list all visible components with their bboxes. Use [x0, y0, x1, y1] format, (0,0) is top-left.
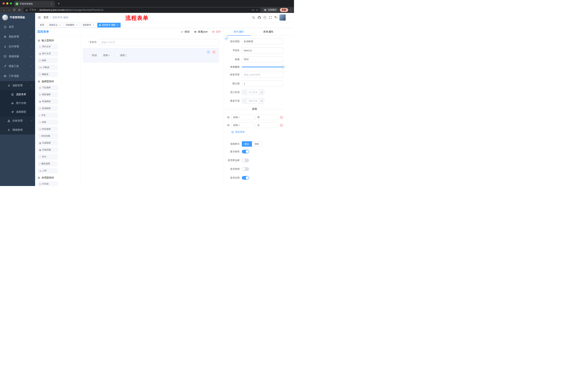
component-type-select[interactable]: 多选框组 [242, 39, 283, 44]
option-2-name-input[interactable] [231, 122, 254, 128]
gender-option-2-checkbox[interactable]: 选项二 [116, 54, 127, 57]
tag-process-form-edit[interactable]: 流程表单-编辑× [97, 23, 121, 28]
bookmark-star-icon[interactable]: ☆ [256, 8, 258, 12]
sidebar-item-leave-query[interactable]: 请假查询 [0, 125, 35, 135]
decrease-button[interactable]: − [242, 98, 247, 103]
browser-update-button[interactable]: 更新 [280, 8, 288, 12]
add-option-button[interactable]: 添加选项 [231, 130, 283, 134]
password-key-icon[interactable] [252, 9, 254, 11]
sidebar-logo[interactable]: 芋道管理系统 [0, 13, 35, 22]
breadcrumb-home[interactable]: 首页 [43, 16, 49, 19]
drag-handle-icon[interactable] [227, 124, 230, 127]
component-multi-text[interactable]: ▤多行文本 [38, 51, 58, 56]
tab-close-icon[interactable]: × [50, 2, 53, 5]
sidebar-item-infra[interactable]: 基础设施 [0, 52, 35, 61]
sidebar-item-devtools[interactable]: 研发工具 [0, 61, 35, 71]
component-checkbox-group[interactable]: ☑多选框组 [38, 106, 58, 111]
close-tag-icon[interactable]: × [75, 24, 78, 26]
close-tag-icon[interactable]: × [92, 24, 94, 26]
sidebar-item-workflow[interactable]: 工作流程 [0, 71, 35, 81]
component-date-picker[interactable]: ▦日期选择 [38, 140, 58, 146]
component-time-range[interactable]: ◔时间范围 [38, 133, 58, 139]
component-date-range[interactable]: ▩日期范围 [38, 147, 58, 152]
tag-process-form[interactable]: 流程表单× [81, 23, 96, 28]
gender-option-1-checkbox[interactable]: 选项一 [99, 54, 110, 57]
close-tag-icon[interactable]: × [59, 24, 61, 26]
phone-field-row[interactable]: 手机号 [83, 39, 219, 45]
component-single-text[interactable]: ▭单行文本 [38, 44, 58, 49]
view-json-button[interactable]: 查看json [194, 30, 208, 33]
new-tab-button[interactable]: + [56, 1, 61, 6]
option-1-value-input[interactable] [256, 115, 279, 120]
component-cascader[interactable]: ⋔级联选择 [38, 92, 58, 97]
show-label-toggle[interactable] [242, 150, 249, 153]
tab-form-props[interactable]: 表单属性 [254, 28, 283, 35]
option-2-value-input[interactable] [256, 122, 279, 128]
component-radio-group[interactable]: ◉单选框组 [38, 99, 58, 104]
search-icon[interactable] [252, 16, 255, 19]
clear-button[interactable]: 清空 [212, 30, 221, 33]
font-size-icon[interactable]: TT [274, 16, 277, 19]
component-row-container[interactable]: ◫行容器 [38, 181, 58, 186]
avatar-caret-icon[interactable] [288, 16, 292, 19]
browser-menu-icon[interactable]: ⋮ [289, 8, 293, 12]
remove-option-icon[interactable] [280, 116, 283, 119]
field-name-input[interactable] [242, 47, 283, 53]
decrease-button[interactable]: − [242, 90, 247, 95]
increase-button[interactable]: + [259, 98, 264, 103]
sidebar-item-process-model[interactable]: 流程模型 [0, 107, 35, 116]
zoom-window-button[interactable] [10, 2, 12, 5]
collapse-sidebar-icon[interactable] [35, 13, 43, 22]
style-default-button[interactable]: 默认 [242, 141, 252, 147]
with-border-toggle[interactable] [242, 159, 249, 162]
sidebar-item-process-form[interactable]: 流程表单 [0, 90, 35, 99]
tag-home[interactable]: 首页 [38, 23, 46, 28]
sidebar-item-process-mgmt[interactable]: 流程管理 [0, 81, 35, 90]
tag-process-definition[interactable]: 流程定义× [47, 23, 63, 28]
component-switch[interactable]: ◐开关 [38, 113, 58, 118]
component-time-picker[interactable]: ◷时间选择 [38, 127, 58, 132]
user-avatar[interactable] [279, 14, 286, 21]
component-password[interactable]: ⊡密码 [38, 58, 58, 63]
sidebar-item-task-mgmt[interactable]: 任务管理 [0, 116, 35, 125]
forward-button[interactable]: → [7, 8, 12, 12]
remove-option-icon[interactable] [280, 124, 283, 127]
title-input[interactable] [242, 56, 283, 62]
browser-tab[interactable]: 芋道管理系统 × [14, 1, 55, 7]
option-1-name-input[interactable] [231, 115, 254, 120]
tab-component-props[interactable]: 组件属性 [224, 28, 254, 35]
phone-input[interactable] [99, 39, 219, 45]
drag-handle-icon[interactable] [227, 116, 230, 119]
sidebar-item-system[interactable]: 系统管理 [0, 32, 35, 42]
copy-component-button[interactable] [206, 50, 210, 54]
style-button-button[interactable]: 按钮 [252, 141, 262, 147]
delete-component-button[interactable] [212, 50, 216, 54]
component-color-picker[interactable]: ◑颜色选择 [38, 161, 58, 166]
component-editor[interactable]: ✎编辑器 [38, 72, 58, 77]
close-tag-icon[interactable]: × [117, 24, 119, 26]
address-bar[interactable]: 不安全 dashboard.yudao.iocoder.cn/bpm/manag… [23, 8, 261, 12]
reload-button[interactable] [12, 8, 17, 12]
component-rate[interactable]: ☆评分 [38, 154, 58, 159]
sidebar-item-payment[interactable]: ¥ 支付管理 [0, 42, 35, 52]
close-window-button[interactable] [2, 2, 5, 5]
sidebar-item-user-group[interactable]: 用户分组 [0, 99, 35, 107]
component-dropdown[interactable]: ◎下拉选择 [38, 85, 58, 90]
selected-component-gender[interactable]: 性别 选项一 选项二 [83, 48, 219, 63]
default-value-input[interactable] [242, 81, 283, 86]
slider-handle[interactable] [282, 66, 284, 68]
github-icon[interactable] [257, 16, 261, 19]
required-toggle[interactable] [242, 176, 249, 180]
component-slider[interactable]: ⊸滑块 [38, 120, 58, 125]
not-secure-warning-icon[interactable] [25, 9, 28, 11]
home-button[interactable] [17, 8, 22, 12]
sidebar-item-home[interactable]: 首页 [0, 22, 35, 32]
component-counter[interactable]: 123计数器 [38, 65, 58, 70]
increase-button[interactable]: + [259, 90, 264, 95]
minimize-window-button[interactable] [6, 2, 8, 5]
max-select-value[interactable]: 最多可选 [247, 98, 259, 103]
component-upload[interactable]: ☁上传 [38, 168, 58, 173]
help-icon[interactable]: ? [263, 16, 266, 19]
save-button[interactable]: 保存 [181, 30, 189, 33]
min-select-value[interactable]: 至少应选 [247, 90, 259, 95]
